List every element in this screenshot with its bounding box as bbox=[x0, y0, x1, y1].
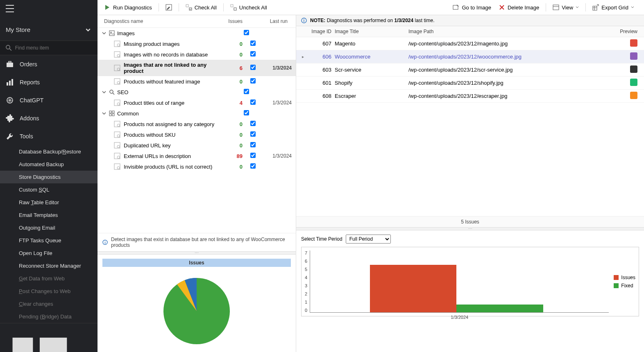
sub-automated-backup[interactable]: Automated Backup bbox=[0, 158, 98, 171]
tree-group[interactable]: SEO bbox=[98, 87, 296, 97]
sub-outgoing-email[interactable]: Outgoing Email bbox=[0, 221, 98, 234]
tree-row[interactable]: Products without featured image 0 bbox=[98, 76, 296, 87]
preview-thumbnail bbox=[630, 79, 637, 86]
diagnostic-icon bbox=[114, 121, 120, 127]
h-splitter[interactable]: ⋯ bbox=[296, 227, 644, 230]
export-grid-button[interactable]: Export Grid bbox=[590, 2, 637, 12]
diag-checkbox[interactable] bbox=[250, 142, 256, 147]
period-select[interactable]: Full Period bbox=[346, 235, 391, 244]
diagnostics-tree[interactable]: Images Missing product images 0 Images w… bbox=[98, 28, 296, 233]
hamburger-menu-button[interactable] bbox=[0, 0, 98, 19]
tb-label: Go to Image bbox=[462, 5, 491, 11]
tree-row[interactable]: Invisible products (URL is not correct) … bbox=[98, 161, 296, 172]
store-selector[interactable]: My Store bbox=[0, 19, 98, 41]
sidebar-item-orders[interactable]: Orders bbox=[0, 55, 98, 73]
issue-count: 0 bbox=[226, 132, 247, 138]
sidebar-item-reports[interactable]: Reports bbox=[0, 73, 98, 91]
svg-rect-17 bbox=[189, 8, 192, 10]
info-bar: i Detect images that exist in database b… bbox=[98, 233, 296, 251]
nav-label: Addons bbox=[20, 115, 39, 122]
svg-rect-7 bbox=[13, 338, 33, 352]
diag-checkbox[interactable] bbox=[250, 78, 256, 83]
issue-count: 0 bbox=[226, 142, 247, 149]
th-lastrun: Last run bbox=[255, 18, 292, 24]
cell-id: 606 bbox=[306, 54, 335, 60]
image-row[interactable]: 608 Escraper /wp-content/uploads/2023/12… bbox=[296, 90, 644, 103]
image-row[interactable]: 607 Magento /wp-content/uploads/2023/12/… bbox=[296, 37, 644, 50]
bar-chart: 76543210 1/3/2024 Issues Fixed bbox=[301, 247, 639, 316]
sub-email-templates[interactable]: Email Templates bbox=[0, 209, 98, 221]
svg-rect-37 bbox=[112, 111, 114, 113]
menu-search-input[interactable] bbox=[12, 43, 92, 52]
sidebar-item-chatgpt[interactable]: ChatGPT bbox=[0, 91, 98, 109]
sub-clear-changes: Clear changes bbox=[0, 298, 98, 310]
y-axis: 76543210 bbox=[305, 250, 310, 313]
group-checkbox[interactable] bbox=[244, 89, 249, 94]
group-checkbox[interactable] bbox=[244, 110, 249, 115]
issue-count: 0 bbox=[226, 121, 247, 127]
delete-image-button[interactable]: Delete Image bbox=[496, 2, 542, 12]
image-row[interactable]: 603 Scr-service /wp-content/uploads/2023… bbox=[296, 63, 644, 77]
svg-rect-38 bbox=[109, 114, 111, 116]
sub-store-diagnostics[interactable]: Store Diagnostics bbox=[0, 171, 98, 183]
image-row[interactable]: 601 Shopify /wp-content/uploads/2023/12/… bbox=[296, 77, 644, 90]
info-text: Detect images that exist in database but… bbox=[111, 237, 291, 248]
sidebar-item-addons[interactable]: Addons bbox=[0, 109, 98, 127]
group-checkbox[interactable] bbox=[244, 30, 249, 35]
wrench-icon bbox=[6, 132, 14, 140]
cell-id: 603 bbox=[306, 67, 335, 73]
image-row[interactable]: ▸ 606 Woocommerce /wp-content/uploads/20… bbox=[296, 50, 644, 63]
sidebar-item-tools[interactable]: Tools bbox=[0, 127, 98, 145]
tree-group[interactable]: Common bbox=[98, 108, 296, 119]
play-icon bbox=[104, 4, 111, 11]
th-issues: Issues bbox=[218, 18, 243, 24]
diag-checkbox[interactable] bbox=[250, 121, 256, 126]
sub-ftp-tasks[interactable]: FTP Tasks Queue bbox=[0, 234, 98, 247]
tree-row[interactable]: Images that are not linked to any produc… bbox=[98, 60, 296, 76]
tree-row[interactable]: Products without SKU 0 bbox=[98, 129, 296, 140]
sub-reconnect[interactable]: Reconnect Store Manager bbox=[0, 259, 98, 272]
sub-custom-sql[interactable]: Custom SQL bbox=[0, 183, 98, 196]
preview-thumbnail bbox=[630, 65, 637, 73]
sub-label: Open Log File bbox=[19, 250, 52, 256]
uncheck-all-button[interactable]: Uncheck All bbox=[228, 2, 270, 12]
legend-swatch-issues bbox=[614, 275, 619, 280]
svg-rect-4 bbox=[9, 81, 11, 86]
tree-row[interactable]: External URLs in description 89 1/3/2024 bbox=[98, 151, 296, 161]
svg-rect-19 bbox=[234, 8, 236, 10]
tree-row[interactable]: Product titles out of range 4 1/3/2024 bbox=[98, 97, 296, 108]
sub-database-backup[interactable]: Database Backup/Restore bbox=[0, 145, 98, 158]
edit-button[interactable] bbox=[163, 2, 175, 12]
diag-name: Missing product images bbox=[124, 41, 226, 47]
svg-rect-18 bbox=[231, 5, 233, 7]
diag-name: Products without SKU bbox=[124, 132, 226, 138]
pie-chart-panel: Issues bbox=[98, 255, 296, 352]
tree-row[interactable]: Products not assigned to any category 0 bbox=[98, 119, 296, 129]
svg-rect-3 bbox=[7, 82, 8, 86]
diag-checkbox[interactable] bbox=[250, 99, 256, 105]
diag-checkbox[interactable] bbox=[250, 41, 256, 46]
h-splitter[interactable]: ⋯ bbox=[98, 251, 296, 255]
diag-checkbox[interactable] bbox=[250, 153, 256, 158]
tree-group[interactable]: Images bbox=[98, 28, 296, 38]
view-button[interactable]: View bbox=[550, 2, 581, 12]
diag-checkbox[interactable] bbox=[250, 163, 256, 169]
diag-checkbox[interactable] bbox=[250, 51, 256, 56]
sidebar-item-view[interactable]: View bbox=[0, 323, 98, 352]
run-diagnostics-button[interactable]: Run Diagnostics bbox=[102, 2, 154, 12]
diag-checkbox[interactable] bbox=[250, 65, 256, 70]
tb-label: Export Grid bbox=[601, 5, 628, 11]
diag-checkbox[interactable] bbox=[250, 131, 256, 137]
issue-count: 4 bbox=[226, 100, 247, 106]
nav-label: Tools bbox=[20, 133, 33, 140]
tree-header: Diagnostics name Issues Last run bbox=[98, 15, 296, 28]
go-to-image-button[interactable]: Go to Image bbox=[450, 2, 494, 12]
tree-row[interactable]: Missing product images 0 bbox=[98, 38, 296, 49]
diag-name: Images that are not linked to any produc… bbox=[124, 62, 226, 74]
sub-open-log[interactable]: Open Log File bbox=[0, 247, 98, 259]
sub-raw-table[interactable]: Raw Table Editor bbox=[0, 196, 98, 209]
tree-row[interactable]: Images with no records in database 0 bbox=[98, 49, 296, 60]
diag-name: Products not assigned to any category bbox=[124, 121, 226, 127]
tree-row[interactable]: Duplicated URL key 0 bbox=[98, 140, 296, 151]
check-all-button[interactable]: Check All bbox=[183, 2, 219, 12]
